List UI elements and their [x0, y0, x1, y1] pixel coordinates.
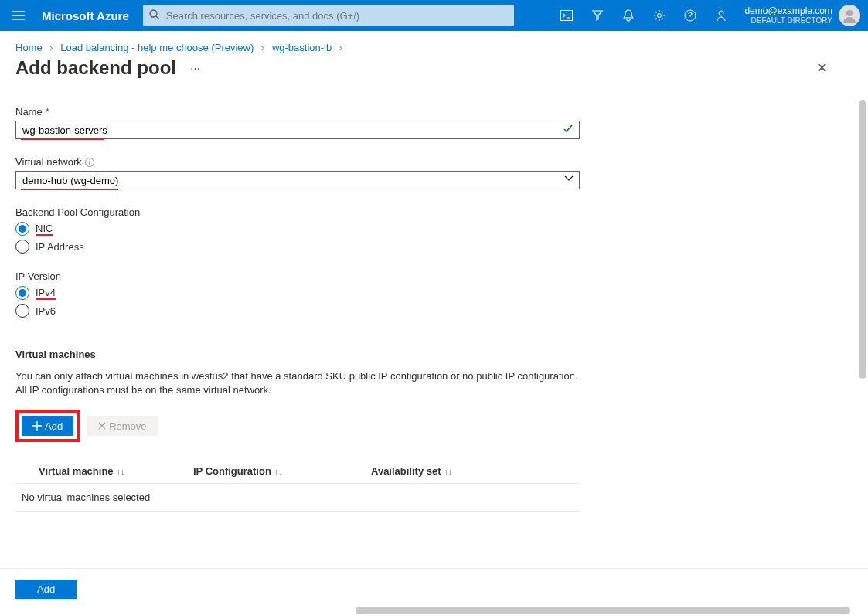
- backend-config-label: Backend Pool Configuration: [15, 206, 580, 218]
- radio-icon: [15, 240, 29, 254]
- cloud-shell-icon[interactable]: [551, 0, 582, 31]
- sort-icon: ↑↓: [274, 467, 283, 476]
- remove-vm-button: Remove: [87, 416, 157, 436]
- name-label: Name *: [15, 106, 580, 117]
- settings-icon[interactable]: [644, 0, 675, 31]
- annotation-underline: [21, 138, 104, 140]
- plus-icon: [32, 421, 42, 431]
- sort-icon: ↑↓: [117, 467, 125, 476]
- breadcrumb-loadbalancing[interactable]: Load balancing - help me choose (Preview…: [60, 42, 254, 53]
- close-button[interactable]: ✕: [813, 56, 853, 80]
- check-icon: [563, 124, 574, 134]
- title-row: Add backend pool ⋯ ✕: [0, 56, 868, 90]
- chevron-right-icon: ›: [49, 42, 53, 53]
- vm-section-description: You can only attach virtual machines in …: [15, 369, 580, 397]
- info-icon[interactable]: i: [85, 158, 94, 167]
- directory-filter-icon[interactable]: [582, 0, 613, 31]
- svg-point-4: [719, 11, 723, 15]
- more-actions-button[interactable]: ⋯: [190, 63, 202, 74]
- scrollbar-vertical[interactable]: [859, 100, 866, 379]
- radio-nic[interactable]: NIC: [15, 222, 580, 236]
- vm-section-heading: Virtual machines: [15, 349, 580, 360]
- annotation-highlight: Add: [15, 410, 80, 442]
- radio-ipv4[interactable]: IPv4: [15, 286, 580, 300]
- submit-add-button[interactable]: Add: [15, 580, 77, 599]
- hamburger-menu[interactable]: [0, 0, 37, 31]
- feedback-icon[interactable]: [706, 0, 737, 31]
- help-icon[interactable]: [675, 0, 706, 31]
- breadcrumb-home[interactable]: Home: [15, 42, 43, 53]
- vnet-select[interactable]: demo-hub (wg-demo): [15, 171, 580, 189]
- svg-point-0: [150, 10, 157, 17]
- top-icons: [551, 0, 737, 31]
- add-vm-button[interactable]: Add: [22, 416, 73, 436]
- chevron-right-icon: ›: [261, 42, 264, 53]
- vnet-label: Virtual network i: [15, 156, 580, 168]
- sort-icon: ↑↓: [444, 467, 453, 476]
- vm-table-header: Virtual machine ↑↓ IP Configuration ↑↓ A…: [15, 459, 580, 484]
- radio-icon: [15, 304, 29, 318]
- svg-point-5: [846, 10, 853, 16]
- avatar: [839, 5, 860, 26]
- vm-table-empty: No virtual machines selected: [15, 484, 580, 512]
- name-input[interactable]: [15, 121, 580, 139]
- brand-label: Microsoft Azure: [37, 9, 143, 22]
- radio-ipv6[interactable]: IPv6: [15, 304, 580, 318]
- column-vm[interactable]: Virtual machine ↑↓: [15, 465, 193, 477]
- hamburger-icon: [12, 11, 25, 20]
- radio-icon: [15, 222, 29, 236]
- ipversion-group: IPv4 IPv6: [15, 286, 580, 318]
- annotation-underline: [21, 189, 118, 190]
- close-icon: [98, 422, 106, 430]
- svg-point-2: [658, 14, 662, 18]
- radio-icon: [15, 286, 29, 300]
- column-ipconfig[interactable]: IP Configuration ↑↓: [193, 465, 371, 477]
- account-menu[interactable]: demo@example.com DEFAULT DIRECTORY: [737, 5, 868, 26]
- ipversion-label: IP Version: [15, 271, 580, 282]
- chevron-right-icon: ›: [339, 42, 342, 53]
- search-input[interactable]: [143, 5, 514, 26]
- radio-ipaddress[interactable]: IP Address: [15, 240, 580, 254]
- page-title: Add backend pool: [15, 57, 176, 79]
- column-avset[interactable]: Availability set ↑↓: [371, 465, 549, 477]
- breadcrumb: Home › Load balancing - help me choose (…: [0, 31, 868, 56]
- breadcrumb-resource[interactable]: wg-bastion-lb: [272, 42, 332, 53]
- notifications-icon[interactable]: [613, 0, 644, 31]
- svg-rect-1: [561, 11, 573, 21]
- top-bar: Microsoft Azure demo@example.com DEFAULT…: [0, 0, 868, 31]
- account-email: demo@example.com: [744, 5, 832, 16]
- account-directory: DEFAULT DIRECTORY: [744, 16, 832, 26]
- backend-config-group: NIC IP Address: [15, 222, 580, 254]
- search-icon: [149, 9, 160, 20]
- content-pane: Name * Virtual network i demo-hub (wg-de…: [0, 90, 868, 598]
- scrollbar-horizontal[interactable]: [356, 607, 850, 614]
